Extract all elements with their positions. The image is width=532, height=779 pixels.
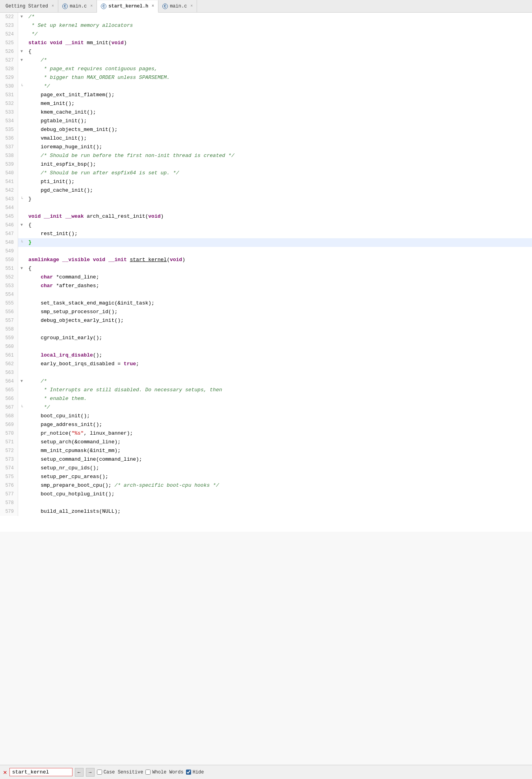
line-content: set_task_stack_end_magic(&init_task);: [25, 299, 532, 308]
case-sensitive-option[interactable]: Case Sensitive: [97, 770, 143, 775]
tab-label: Getting Started: [6, 4, 48, 9]
line-number: 554: [0, 290, 18, 299]
fold-gutter: [18, 108, 25, 117]
search-input[interactable]: [9, 768, 73, 776]
fold-gutter: [18, 91, 25, 99]
case-sensitive-checkbox[interactable]: [97, 770, 102, 775]
line-content: [25, 342, 532, 351]
line-content: */: [25, 403, 532, 412]
line-number: 573: [0, 455, 18, 464]
line-content: rest_init();: [25, 230, 532, 238]
line-number: 563: [0, 368, 18, 377]
line-number: 556: [0, 308, 18, 316]
line-number: 575: [0, 473, 18, 481]
line-content: asmlinkage __visible void __init start_k…: [25, 256, 532, 264]
line-number: 537: [0, 143, 18, 151]
code-line-543: 543 └ }: [0, 195, 532, 204]
fold-gutter: [18, 290, 25, 299]
fold-gutter[interactable]: ▼: [18, 264, 25, 273]
line-content: pr_notice("%s", linux_banner);: [25, 429, 532, 438]
line-content: mem_init();: [25, 99, 532, 108]
line-content: * enable them.: [25, 394, 532, 403]
line-number: 523: [0, 21, 18, 30]
line-number: 535: [0, 125, 18, 134]
tab-close-main-c-2[interactable]: ×: [190, 4, 193, 8]
fold-gutter[interactable]: ▼: [18, 377, 25, 386]
fold-gutter[interactable]: ▼: [18, 221, 25, 230]
code-line-549: 549: [0, 247, 532, 256]
code-line-555: 555 set_task_stack_end_magic(&init_task)…: [0, 299, 532, 308]
code-line-566: 566 * enable them.: [0, 394, 532, 403]
fold-gutter: [18, 325, 25, 334]
tab-close-main-c-1[interactable]: ×: [90, 4, 93, 8]
search-close-button[interactable]: ✕: [3, 768, 7, 776]
line-content: {: [25, 221, 532, 230]
fold-gutter: [18, 360, 25, 368]
code-line-545: 545 void __init __weak arch_call_rest_in…: [0, 212, 532, 221]
code-line-539: 539 init_espfix_bsp();: [0, 160, 532, 169]
whole-words-checkbox[interactable]: [145, 770, 151, 775]
line-number: 565: [0, 386, 18, 394]
fold-gutter[interactable]: ▼: [18, 56, 25, 65]
line-content: */: [25, 30, 532, 39]
code-line-574: 574 setup_nr_cpu_ids();: [0, 464, 532, 473]
fold-gutter: [18, 99, 25, 108]
line-number: 526: [0, 47, 18, 56]
fold-gutter: [18, 473, 25, 481]
tab-close-getting-started[interactable]: ×: [52, 4, 54, 8]
fold-gutter: [18, 394, 25, 403]
code-line-554: 554: [0, 290, 532, 299]
line-content: cgroup_init_early();: [25, 334, 532, 342]
hide-checkbox[interactable]: [186, 770, 191, 775]
line-content: /*: [25, 13, 532, 21]
tab-main-c-2[interactable]: C main.c ×: [158, 0, 197, 12]
code-line-567: 567 └ */: [0, 403, 532, 412]
code-line-563: 563: [0, 368, 532, 377]
line-number: 539: [0, 160, 18, 169]
line-content: ioremap_huge_init();: [25, 143, 532, 151]
fold-gutter: [18, 65, 25, 73]
search-prev-button[interactable]: ←: [75, 768, 84, 777]
code-line-571: 571 setup_arch(&command_line);: [0, 438, 532, 446]
hide-option[interactable]: Hide: [186, 770, 204, 775]
search-next-button[interactable]: →: [86, 768, 95, 777]
line-number: 547: [0, 230, 18, 238]
code-line-576: 576 smp_prepare_boot_cpu(); /* arch-spec…: [0, 481, 532, 490]
tab-start-kernel-h[interactable]: C start_kernel.h ×: [97, 0, 158, 13]
fold-gutter: [18, 299, 25, 308]
fold-gutter[interactable]: ▼: [18, 47, 25, 56]
code-line-536: 536 vmalloc_init();: [0, 134, 532, 143]
fold-gutter: [18, 464, 25, 473]
code-line-535: 535 debug_objects_mem_init();: [0, 125, 532, 134]
tab-close-start-kernel-h[interactable]: ×: [152, 4, 154, 8]
fold-gutter[interactable]: ▼: [18, 13, 25, 21]
fold-gutter: [18, 256, 25, 264]
line-number: 550: [0, 256, 18, 264]
code-line-525: 525 static void __init mm_init(void): [0, 39, 532, 47]
whole-words-option[interactable]: Whole Words: [145, 770, 183, 775]
code-line-546: 546 ▼ {: [0, 221, 532, 230]
code-line-561: 561 local_irq_disable();: [0, 351, 532, 360]
code-line-569: 569 page_address_init();: [0, 420, 532, 429]
line-content: static void __init mm_init(void): [25, 39, 532, 47]
code-line-579: 579 build_all_zonelists(NULL);: [0, 507, 532, 516]
line-content: * bigger than MAX_ORDER unless SPARSEMEM…: [25, 73, 532, 82]
line-content: /* Should be run after espfix64 is set u…: [25, 169, 532, 177]
line-number: 543: [0, 195, 18, 204]
fold-gutter: [18, 73, 25, 82]
fold-gutter: [18, 507, 25, 516]
code-line-577: 577 boot_cpu_hotplug_init();: [0, 490, 532, 499]
tab-main-c-1[interactable]: C main.c ×: [58, 0, 97, 12]
line-content: page_address_init();: [25, 420, 532, 429]
line-content: kmem_cache_init();: [25, 108, 532, 117]
fold-gutter: [18, 125, 25, 134]
code-line-565: 565 * Interrupts are still disabled. Do …: [0, 386, 532, 394]
fold-gutter: [18, 308, 25, 316]
line-content: boot_cpu_init();: [25, 412, 532, 420]
line-number: 542: [0, 186, 18, 195]
fold-gutter: └: [18, 82, 25, 91]
fold-gutter: [18, 316, 25, 325]
tab-getting-started[interactable]: Getting Started ×: [2, 0, 58, 12]
code-line-570: 570 pr_notice("%s", linux_banner);: [0, 429, 532, 438]
fold-gutter: [18, 438, 25, 446]
